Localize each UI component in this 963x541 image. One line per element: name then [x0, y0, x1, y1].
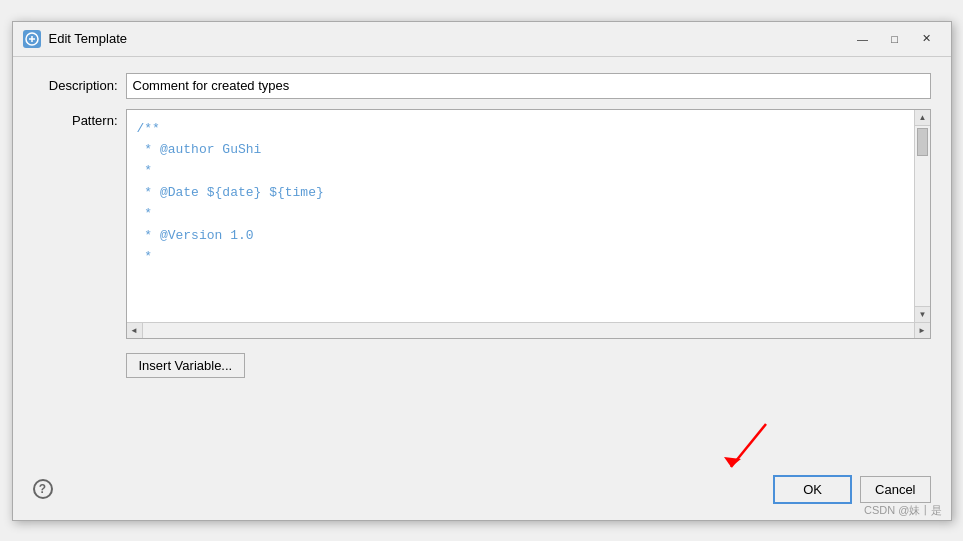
- scroll-track-vertical: [915, 126, 930, 306]
- app-icon: [23, 30, 41, 48]
- scroll-left-button[interactable]: ◄: [127, 323, 143, 339]
- cancel-button[interactable]: Cancel: [860, 476, 930, 503]
- scroll-track-horizontal: [143, 323, 914, 338]
- scroll-up-button[interactable]: ▲: [915, 110, 930, 126]
- dialog-content: Description: Pattern: /** * @author GuSh…: [13, 57, 951, 465]
- ok-button[interactable]: OK: [773, 475, 852, 504]
- scroll-down-button[interactable]: ▼: [915, 306, 930, 322]
- pattern-label: Pattern:: [33, 109, 118, 128]
- pattern-editor[interactable]: /** * @author GuShi * * @Date ${date} ${…: [127, 110, 914, 322]
- close-button[interactable]: ✕: [913, 28, 941, 50]
- dialog-title: Edit Template: [49, 31, 849, 46]
- description-input[interactable]: [126, 73, 931, 99]
- horizontal-scrollbar: ◄ ►: [127, 322, 930, 338]
- description-label: Description:: [33, 78, 118, 93]
- title-bar: Edit Template — □ ✕: [13, 22, 951, 57]
- scroll-thumb-vertical[interactable]: [917, 128, 928, 156]
- vertical-scrollbar: ▲ ▼: [914, 110, 930, 322]
- insert-variable-button[interactable]: Insert Variable...: [126, 353, 246, 378]
- dialog-footer: ? OK Cancel CSDN @妹丨是: [13, 465, 951, 520]
- watermark: CSDN @妹丨是: [864, 503, 942, 518]
- help-button[interactable]: ?: [33, 479, 53, 499]
- footer-left: ?: [33, 479, 53, 499]
- window-controls: — □ ✕: [849, 28, 941, 50]
- insert-variable-row: Insert Variable...: [33, 353, 931, 378]
- description-row: Description:: [33, 73, 931, 99]
- pattern-row: Pattern: /** * @author GuShi * * @Date $…: [33, 109, 931, 339]
- minimize-button[interactable]: —: [849, 28, 877, 50]
- edit-template-dialog: Edit Template — □ ✕ Description: Pattern…: [12, 21, 952, 521]
- maximize-button[interactable]: □: [881, 28, 909, 50]
- scroll-right-button[interactable]: ►: [914, 323, 930, 339]
- footer-right: OK Cancel: [773, 475, 930, 504]
- pattern-editor-container: /** * @author GuShi * * @Date ${date} ${…: [126, 109, 931, 339]
